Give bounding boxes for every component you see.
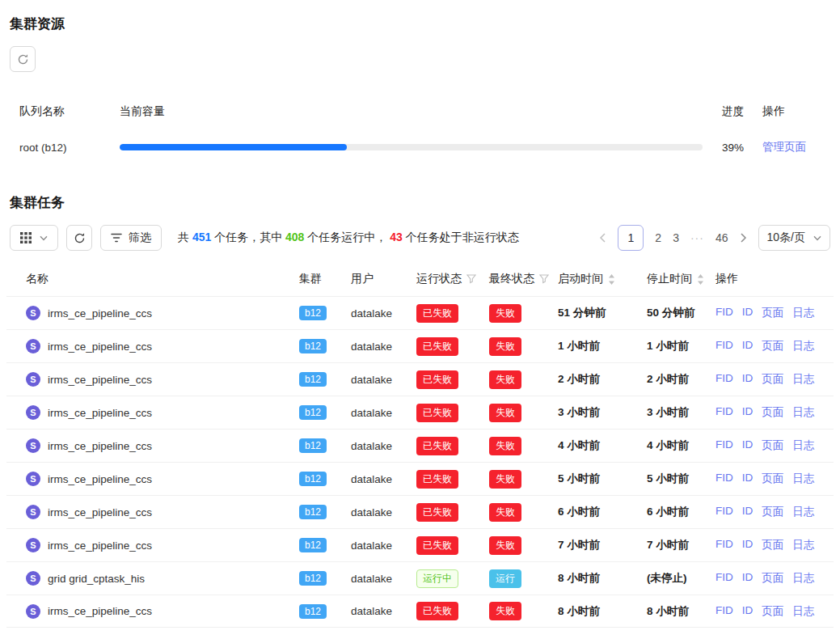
fid-link[interactable]: FID	[715, 438, 733, 453]
pagination-page-1[interactable]: 1	[618, 225, 644, 251]
task-name-cell: S irms_ce_pipeline_ccs	[26, 438, 299, 453]
log-link[interactable]: 日志	[792, 339, 814, 353]
columns-dropdown-button[interactable]	[10, 225, 58, 251]
task-table: 名称 集群 用户 运行状态 最终状态 启动时间	[6, 262, 834, 628]
run-status-badge: 已失败	[416, 404, 458, 422]
page-link[interactable]: 页面	[762, 604, 783, 619]
sort-icon[interactable]	[697, 274, 704, 285]
start-time: 4 小时前	[558, 438, 647, 453]
run-status-badge: 运行中	[416, 569, 458, 588]
summary-text: 个任务，其中	[211, 231, 285, 243]
log-link[interactable]: 日志	[792, 538, 814, 552]
id-link[interactable]: ID	[742, 604, 753, 619]
table-row: S irms_ce_pipeline_ccs b12 datalake 已失败 …	[6, 528, 834, 561]
task-name: irms_ce_pipeline_ccs	[48, 440, 152, 452]
fid-link[interactable]: FID	[715, 339, 733, 353]
log-link[interactable]: 日志	[792, 438, 814, 453]
filter-icon	[111, 233, 122, 243]
page-link[interactable]: 页面	[762, 339, 783, 353]
id-link[interactable]: ID	[742, 372, 753, 387]
task-name-cell: S irms_ce_pipeline_ccs	[26, 372, 299, 387]
filter-button[interactable]: 筛选	[100, 225, 162, 251]
final-status-badge: 失败	[489, 503, 521, 522]
id-link[interactable]: ID	[742, 306, 753, 320]
filter-funnel-icon[interactable]	[466, 274, 476, 284]
page-link[interactable]: 页面	[762, 505, 783, 519]
final-status-badge: 失败	[489, 404, 521, 422]
fid-link[interactable]: FID	[715, 538, 733, 552]
log-link[interactable]: 日志	[792, 306, 814, 320]
log-link[interactable]: 日志	[792, 472, 814, 486]
user-header-label: 用户	[351, 272, 374, 286]
pagination-next-icon[interactable]	[740, 233, 747, 243]
cluster-badge: b12	[299, 372, 327, 387]
page-link[interactable]: 页面	[762, 372, 783, 387]
run-status-badge: 已失败	[416, 536, 458, 555]
summary-text: 个任务处于非运行状态	[403, 231, 519, 243]
page-link[interactable]: 页面	[762, 405, 783, 420]
start-time-header-label: 启动时间	[558, 272, 603, 286]
pagination-prev-icon[interactable]	[599, 233, 606, 243]
table-row: S irms_ce_pipeline_ccs b12 datalake 已失败 …	[6, 429, 834, 462]
fid-link[interactable]: FID	[715, 604, 733, 619]
user-header: 用户	[351, 272, 416, 286]
id-link[interactable]: ID	[742, 505, 753, 519]
pagination-page-3[interactable]: 3	[673, 231, 679, 244]
task-name-cell: S irms_ce_pipeline_ccs	[26, 339, 299, 353]
start-time: 1 小时前	[558, 339, 647, 353]
stop-time-header: 停止时间	[647, 272, 715, 286]
resources-refresh-button[interactable]	[10, 46, 36, 72]
stop-time: 50 分钟前	[647, 306, 715, 320]
task-name-cell: S irms_ce_pipeline_ccs	[26, 604, 299, 619]
pagination-page-last[interactable]: 46	[715, 231, 728, 244]
pagination-ellipsis[interactable]: ···	[690, 231, 704, 244]
page-link[interactable]: 页面	[762, 438, 783, 453]
start-time: 8 小时前	[558, 571, 647, 586]
page-size-select[interactable]: 10条/页	[758, 225, 830, 251]
page-link[interactable]: 页面	[762, 571, 783, 586]
log-link[interactable]: 日志	[792, 372, 814, 387]
task-table-header: 名称 集群 用户 运行状态 最终状态 启动时间	[6, 262, 834, 296]
spark-avatar: S	[26, 505, 40, 519]
task-user: datalake	[351, 573, 416, 585]
log-link[interactable]: 日志	[792, 505, 814, 519]
task-name: irms_ce_pipeline_ccs	[48, 307, 152, 320]
log-link[interactable]: 日志	[792, 604, 814, 619]
page-link[interactable]: 页面	[762, 538, 783, 552]
page-link[interactable]: 页面	[762, 472, 783, 486]
name-header: 名称	[26, 272, 299, 286]
page-link[interactable]: 页面	[762, 306, 783, 320]
manage-page-link[interactable]: 管理页面	[762, 141, 806, 153]
fid-link[interactable]: FID	[715, 372, 733, 387]
id-link[interactable]: ID	[742, 339, 753, 353]
id-link[interactable]: ID	[742, 538, 753, 552]
fid-link[interactable]: FID	[715, 472, 733, 486]
sort-icon[interactable]	[608, 274, 615, 285]
spark-avatar: S	[26, 571, 40, 586]
fid-link[interactable]: FID	[715, 405, 733, 420]
log-link[interactable]: 日志	[792, 571, 814, 586]
stop-time-header-label: 停止时间	[647, 272, 692, 286]
task-user: datalake	[351, 506, 416, 518]
table-row: S irms_ce_pipeline_ccs b12 datalake 已失败 …	[6, 296, 834, 329]
ops-header: 操作	[715, 272, 821, 286]
pagination-page-2[interactable]: 2	[655, 231, 661, 244]
fid-link[interactable]: FID	[715, 505, 733, 519]
fid-link[interactable]: FID	[715, 306, 733, 320]
stop-time: 8 小时前	[647, 604, 715, 619]
cluster-badge: b12	[299, 405, 327, 420]
filter-funnel-icon[interactable]	[539, 274, 549, 284]
cluster-badge: b12	[299, 472, 327, 486]
table-row: S irms_ce_pipeline_ccs b12 datalake 已失败 …	[6, 396, 834, 429]
id-link[interactable]: ID	[742, 405, 753, 420]
task-user: datalake	[351, 374, 416, 386]
fid-link[interactable]: FID	[715, 571, 733, 586]
tasks-refresh-button[interactable]	[66, 225, 92, 251]
log-link[interactable]: 日志	[792, 405, 814, 420]
id-link[interactable]: ID	[742, 571, 753, 586]
id-link[interactable]: ID	[742, 472, 753, 486]
stop-time: 7 小时前	[647, 538, 715, 552]
task-name: irms_ce_pipeline_ccs	[48, 341, 152, 353]
id-link[interactable]: ID	[742, 438, 753, 453]
run-status-badge: 已失败	[416, 470, 458, 489]
